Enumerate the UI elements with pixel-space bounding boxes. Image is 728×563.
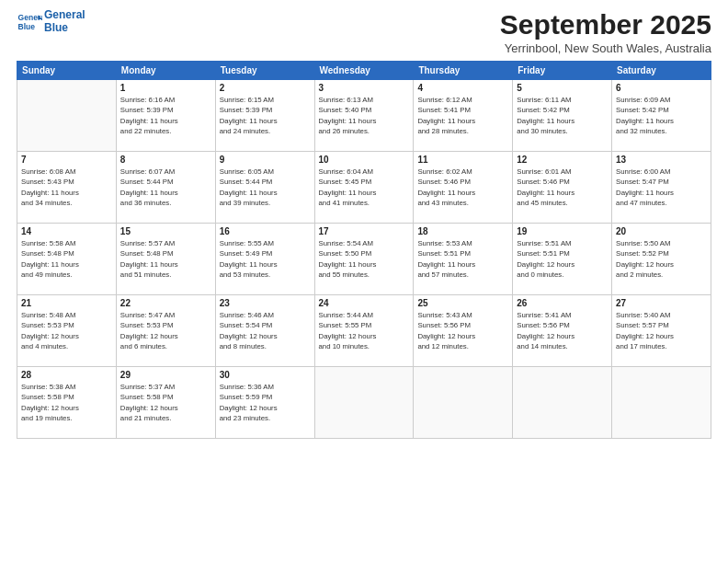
day-number: 16 (220, 226, 311, 236)
col-header-sunday: Sunday (17, 62, 117, 80)
day-info: Sunrise: 6:04 AMSunset: 5:45 PMDaylight:… (319, 167, 410, 208)
day-number: 17 (319, 226, 410, 236)
day-cell: 26Sunrise: 5:41 AMSunset: 5:56 PMDayligh… (513, 295, 612, 367)
day-info: Sunrise: 6:11 AMSunset: 5:42 PMDaylight:… (517, 95, 608, 136)
day-cell: 11Sunrise: 6:02 AMSunset: 5:46 PMDayligh… (414, 152, 513, 224)
day-cell: 5Sunrise: 6:11 AMSunset: 5:42 PMDaylight… (513, 80, 612, 152)
day-cell: 1Sunrise: 6:16 AMSunset: 5:39 PMDaylight… (116, 80, 215, 152)
day-number: 21 (21, 298, 112, 308)
logo-icon: General Blue (17, 9, 42, 35)
location: Yerrinbool, New South Wales, Australia (500, 41, 711, 55)
day-cell: 28Sunrise: 5:38 AMSunset: 5:58 PMDayligh… (17, 367, 117, 439)
day-cell: 10Sunrise: 6:04 AMSunset: 5:45 PMDayligh… (314, 152, 414, 224)
day-number: 9 (220, 155, 311, 165)
day-cell: 25Sunrise: 5:43 AMSunset: 5:56 PMDayligh… (414, 295, 513, 367)
day-cell: 9Sunrise: 6:05 AMSunset: 5:44 PMDaylight… (215, 152, 314, 224)
logo-blue: Blue (44, 22, 85, 35)
month-title: September 2025 (500, 9, 711, 40)
day-number: 28 (21, 370, 112, 380)
day-info: Sunrise: 5:43 AMSunset: 5:56 PMDaylight:… (417, 310, 508, 351)
day-info: Sunrise: 6:16 AMSunset: 5:39 PMDaylight:… (120, 95, 211, 136)
col-header-thursday: Thursday (414, 62, 513, 80)
day-cell: 24Sunrise: 5:44 AMSunset: 5:55 PMDayligh… (314, 295, 414, 367)
day-info: Sunrise: 5:38 AMSunset: 5:58 PMDaylight:… (21, 382, 112, 423)
week-row-3: 14Sunrise: 5:58 AMSunset: 5:48 PMDayligh… (17, 224, 711, 295)
day-number: 6 (616, 83, 707, 93)
day-cell: 15Sunrise: 5:57 AMSunset: 5:48 PMDayligh… (116, 224, 215, 295)
day-number: 22 (120, 298, 211, 308)
day-cell: 18Sunrise: 5:53 AMSunset: 5:51 PMDayligh… (414, 224, 513, 295)
day-cell (414, 367, 513, 439)
day-info: Sunrise: 6:12 AMSunset: 5:41 PMDaylight:… (417, 95, 508, 136)
calendar-table: SundayMondayTuesdayWednesdayThursdayFrid… (17, 61, 711, 439)
day-number: 26 (517, 298, 608, 308)
day-cell: 3Sunrise: 6:13 AMSunset: 5:40 PMDaylight… (314, 80, 414, 152)
day-cell: 16Sunrise: 5:55 AMSunset: 5:49 PMDayligh… (215, 224, 314, 295)
day-info: Sunrise: 5:40 AMSunset: 5:57 PMDaylight:… (616, 310, 707, 351)
day-cell: 23Sunrise: 5:46 AMSunset: 5:54 PMDayligh… (215, 295, 314, 367)
week-row-1: 1Sunrise: 6:16 AMSunset: 5:39 PMDaylight… (17, 80, 711, 152)
day-number: 12 (517, 155, 608, 165)
svg-text:Blue: Blue (18, 22, 36, 31)
day-number: 29 (120, 370, 211, 380)
day-info: Sunrise: 5:44 AMSunset: 5:55 PMDaylight:… (319, 310, 410, 351)
header: General Blue General Blue September 2025… (17, 9, 711, 55)
day-number: 11 (417, 155, 508, 165)
day-info: Sunrise: 6:02 AMSunset: 5:46 PMDaylight:… (417, 167, 508, 208)
day-cell (17, 80, 117, 152)
day-number: 25 (417, 298, 508, 308)
day-number: 24 (319, 298, 410, 308)
day-cell: 8Sunrise: 6:07 AMSunset: 5:44 PMDaylight… (116, 152, 215, 224)
day-cell: 19Sunrise: 5:51 AMSunset: 5:51 PMDayligh… (513, 224, 612, 295)
day-cell: 6Sunrise: 6:09 AMSunset: 5:42 PMDaylight… (612, 80, 711, 152)
day-cell: 2Sunrise: 6:15 AMSunset: 5:39 PMDaylight… (215, 80, 314, 152)
day-cell: 29Sunrise: 5:37 AMSunset: 5:58 PMDayligh… (116, 367, 215, 439)
day-number: 1 (120, 83, 211, 93)
col-header-tuesday: Tuesday (215, 62, 314, 80)
day-info: Sunrise: 5:58 AMSunset: 5:48 PMDaylight:… (21, 238, 112, 280)
day-cell: 22Sunrise: 5:47 AMSunset: 5:53 PMDayligh… (116, 295, 215, 367)
col-header-monday: Monday (116, 62, 215, 80)
day-number: 7 (21, 155, 112, 165)
day-number: 8 (120, 155, 211, 165)
day-number: 13 (616, 155, 707, 165)
day-number: 27 (616, 298, 707, 308)
logo: General Blue General Blue (17, 9, 85, 35)
day-cell: 21Sunrise: 5:48 AMSunset: 5:53 PMDayligh… (17, 295, 117, 367)
day-cell: 7Sunrise: 6:08 AMSunset: 5:43 PMDaylight… (17, 152, 117, 224)
day-info: Sunrise: 5:36 AMSunset: 5:59 PMDaylight:… (220, 382, 311, 423)
day-number: 3 (319, 83, 410, 93)
day-number: 15 (120, 226, 211, 236)
day-number: 10 (319, 155, 410, 165)
day-info: Sunrise: 6:07 AMSunset: 5:44 PMDaylight:… (120, 167, 211, 208)
day-info: Sunrise: 5:51 AMSunset: 5:51 PMDaylight:… (517, 238, 608, 280)
day-number: 18 (417, 226, 508, 236)
day-cell: 4Sunrise: 6:12 AMSunset: 5:41 PMDaylight… (414, 80, 513, 152)
day-number: 20 (616, 226, 707, 236)
title-block: September 2025 Yerrinbool, New South Wal… (500, 9, 711, 55)
day-number: 19 (517, 226, 608, 236)
day-info: Sunrise: 5:48 AMSunset: 5:53 PMDaylight:… (21, 310, 112, 351)
day-info: Sunrise: 5:46 AMSunset: 5:54 PMDaylight:… (220, 310, 311, 351)
day-cell: 27Sunrise: 5:40 AMSunset: 5:57 PMDayligh… (612, 295, 711, 367)
day-info: Sunrise: 5:37 AMSunset: 5:58 PMDaylight:… (120, 382, 211, 423)
day-info: Sunrise: 6:15 AMSunset: 5:39 PMDaylight:… (220, 95, 311, 136)
header-row: SundayMondayTuesdayWednesdayThursdayFrid… (17, 62, 711, 80)
day-info: Sunrise: 5:54 AMSunset: 5:50 PMDaylight:… (319, 238, 410, 280)
week-row-2: 7Sunrise: 6:08 AMSunset: 5:43 PMDaylight… (17, 152, 711, 224)
day-info: Sunrise: 5:50 AMSunset: 5:52 PMDaylight:… (616, 238, 707, 280)
day-info: Sunrise: 5:57 AMSunset: 5:48 PMDaylight:… (120, 238, 211, 280)
day-number: 30 (220, 370, 311, 380)
week-row-5: 28Sunrise: 5:38 AMSunset: 5:58 PMDayligh… (17, 367, 711, 439)
day-info: Sunrise: 5:41 AMSunset: 5:56 PMDaylight:… (517, 310, 608, 351)
day-info: Sunrise: 5:47 AMSunset: 5:53 PMDaylight:… (120, 310, 211, 351)
week-row-4: 21Sunrise: 5:48 AMSunset: 5:53 PMDayligh… (17, 295, 711, 367)
col-header-friday: Friday (513, 62, 612, 80)
day-info: Sunrise: 6:09 AMSunset: 5:42 PMDaylight:… (616, 95, 707, 136)
day-cell (513, 367, 612, 439)
day-info: Sunrise: 5:53 AMSunset: 5:51 PMDaylight:… (417, 238, 508, 280)
col-header-wednesday: Wednesday (314, 62, 414, 80)
page: General Blue General Blue September 2025… (0, 0, 728, 563)
day-cell: 13Sunrise: 6:00 AMSunset: 5:47 PMDayligh… (612, 152, 711, 224)
day-number: 4 (417, 83, 508, 93)
